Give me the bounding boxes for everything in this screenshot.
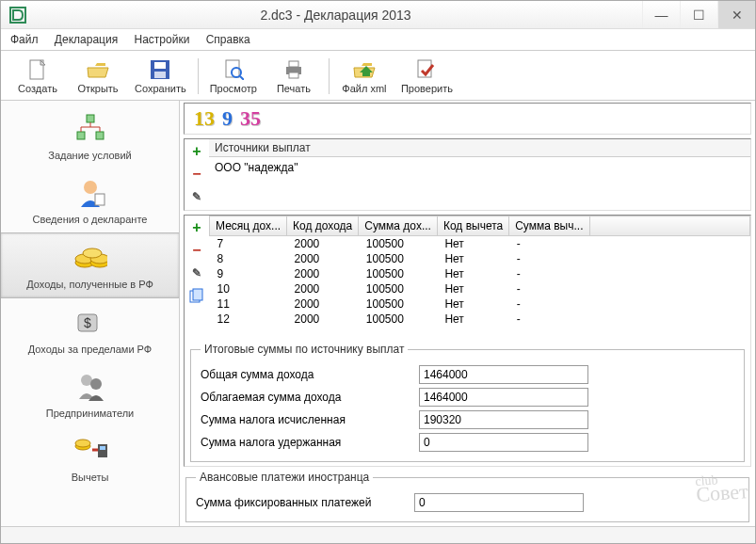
table-row[interactable]: 72000100500Нет- bbox=[210, 236, 750, 252]
svg-rect-9 bbox=[289, 61, 298, 67]
svg-rect-31 bbox=[193, 289, 202, 300]
copy-income-button[interactable] bbox=[188, 287, 205, 304]
close-button[interactable]: ✕ bbox=[717, 1, 755, 28]
save-button[interactable]: Сохранить bbox=[129, 56, 192, 96]
nav-income-rf[interactable]: Доходы, полученные в РФ bbox=[1, 232, 179, 298]
total-income-input[interactable] bbox=[419, 365, 588, 384]
tax-withheld-input[interactable] bbox=[419, 433, 588, 452]
edit-income-button[interactable]: ✎ bbox=[188, 264, 205, 281]
nav-label: Вычеты bbox=[72, 472, 109, 483]
fixed-payments-input[interactable] bbox=[414, 493, 584, 512]
toolbar-label: Проверить bbox=[401, 83, 453, 94]
rate-35[interactable]: 35 bbox=[240, 106, 261, 131]
svg-point-21 bbox=[83, 248, 102, 258]
nav-entrepreneurs[interactable]: Предприниматели bbox=[1, 362, 179, 426]
add-source-button[interactable]: + bbox=[188, 143, 205, 160]
menu-help[interactable]: Справка bbox=[206, 33, 250, 46]
menu-settings[interactable]: Настройки bbox=[135, 33, 190, 46]
table-cell: Нет bbox=[437, 236, 508, 252]
col-month[interactable]: Месяц дох... bbox=[210, 216, 287, 236]
create-button[interactable]: Создать bbox=[8, 56, 67, 96]
check-button[interactable]: Проверить bbox=[395, 56, 458, 96]
income-table-wrap[interactable]: Месяц дох... Код дохода Сумма дох... Код… bbox=[209, 216, 750, 327]
remove-source-button[interactable]: − bbox=[188, 166, 205, 183]
col-sum[interactable]: Сумма дох... bbox=[359, 216, 438, 236]
window-controls: — ☐ ✕ bbox=[642, 1, 755, 28]
table-cell: 100500 bbox=[359, 281, 438, 296]
tax-rate-bar: 13 9 35 bbox=[184, 103, 751, 135]
col-dcode[interactable]: Код вычета bbox=[437, 216, 508, 236]
toolbar-label: Сохранить bbox=[135, 83, 186, 94]
table-cell: 11 bbox=[210, 296, 287, 312]
table-row[interactable]: 122000100500Нет- bbox=[210, 312, 750, 327]
source-item[interactable]: ООО "надежда" bbox=[215, 161, 745, 174]
taxable-income-input[interactable] bbox=[419, 388, 588, 407]
svg-text:$: $ bbox=[84, 315, 91, 330]
income-table: Месяц дох... Код дохода Сумма дох... Код… bbox=[209, 216, 750, 327]
col-code[interactable]: Код дохода bbox=[287, 216, 359, 236]
nav-label: Предприниматели bbox=[46, 408, 134, 419]
totals-legend: Итоговые суммы по источнику выплат bbox=[201, 343, 408, 356]
table-cell: 100500 bbox=[359, 296, 438, 312]
table-cell: - bbox=[509, 266, 589, 281]
preview-icon bbox=[222, 58, 245, 81]
svg-rect-13 bbox=[77, 132, 85, 139]
table-cell: 100500 bbox=[359, 236, 438, 252]
table-cell: 2000 bbox=[287, 251, 359, 266]
declarant-icon bbox=[73, 176, 107, 210]
check-icon bbox=[415, 58, 438, 81]
print-button[interactable]: Печать bbox=[265, 56, 323, 96]
rate-13[interactable]: 13 bbox=[194, 106, 215, 131]
nav-label: Доходы, полученные в РФ bbox=[26, 279, 153, 290]
table-cell: Нет bbox=[437, 296, 508, 312]
svg-rect-12 bbox=[87, 115, 94, 122]
nav-label: Сведения о декларанте bbox=[33, 214, 148, 225]
table-cell: 100500 bbox=[359, 312, 438, 327]
rate-9[interactable]: 9 bbox=[222, 106, 233, 131]
table-row[interactable]: 102000100500Нет- bbox=[210, 281, 750, 296]
add-income-button[interactable]: + bbox=[188, 219, 205, 236]
svg-point-25 bbox=[90, 378, 102, 390]
nav-income-abroad[interactable]: $ Доходы за пределами РФ bbox=[1, 298, 179, 362]
remove-income-button[interactable]: − bbox=[188, 242, 205, 259]
table-cell: 100500 bbox=[359, 266, 438, 281]
save-icon bbox=[149, 58, 171, 81]
toolbar: Создать Открыть Сохранить Просмотр Печат… bbox=[1, 51, 755, 101]
preview-button[interactable]: Просмотр bbox=[204, 56, 263, 96]
open-button[interactable]: Открыть bbox=[69, 56, 127, 96]
print-icon bbox=[282, 58, 305, 81]
toolbar-separator bbox=[198, 58, 199, 94]
toolbar-label: Печать bbox=[277, 83, 311, 94]
tax-calc-input[interactable] bbox=[419, 410, 588, 429]
table-cell: 2000 bbox=[287, 296, 359, 312]
menubar: Файл Декларация Настройки Справка bbox=[1, 29, 755, 51]
table-row[interactable]: 112000100500Нет- bbox=[210, 296, 750, 312]
table-row[interactable]: 82000100500Нет- bbox=[210, 251, 750, 266]
advance-fieldset: Авансовые платежи иностранца Сумма фикси… bbox=[185, 471, 749, 522]
table-row[interactable]: 92000100500Нет- bbox=[210, 266, 750, 281]
sources-list[interactable]: ООО "надежда" bbox=[209, 157, 750, 210]
totals-fieldset: Итоговые суммы по источнику выплат Общая… bbox=[190, 343, 745, 462]
income-panel: + − ✎ Месяц дох... Код дохода Сумма дох.… bbox=[184, 215, 751, 467]
col-dsum[interactable]: Сумма выч... bbox=[509, 216, 589, 236]
entrepreneurs-icon bbox=[73, 370, 107, 404]
minimize-button[interactable]: — bbox=[642, 1, 680, 28]
nav-deductions[interactable]: Вычеты bbox=[1, 426, 179, 490]
menu-file[interactable]: Файл bbox=[10, 33, 39, 46]
main-pane: 13 9 35 + − ✎ Источники выплат ООО "наде… bbox=[180, 101, 755, 526]
table-cell: 100500 bbox=[359, 251, 438, 266]
menu-declaration[interactable]: Декларация bbox=[55, 33, 118, 46]
nav-declarant[interactable]: Сведения о декларанте bbox=[1, 168, 179, 232]
app-logo-icon bbox=[7, 4, 29, 26]
xml-button[interactable]: Файл xml bbox=[335, 56, 394, 96]
table-cell: - bbox=[509, 312, 589, 327]
maximize-button[interactable]: ☐ bbox=[680, 1, 717, 28]
tax-withheld-label: Сумма налога удержанная bbox=[201, 436, 408, 449]
nav-conditions[interactable]: Задание условий bbox=[1, 104, 179, 168]
edit-source-button[interactable]: ✎ bbox=[188, 188, 205, 205]
table-cell: 9 bbox=[210, 266, 287, 281]
xml-icon bbox=[353, 58, 376, 81]
window-title: 2.dc3 - Декларация 2013 bbox=[29, 8, 642, 23]
titlebar: 2.dc3 - Декларация 2013 — ☐ ✕ bbox=[1, 1, 755, 29]
table-cell: 12 bbox=[210, 312, 287, 327]
